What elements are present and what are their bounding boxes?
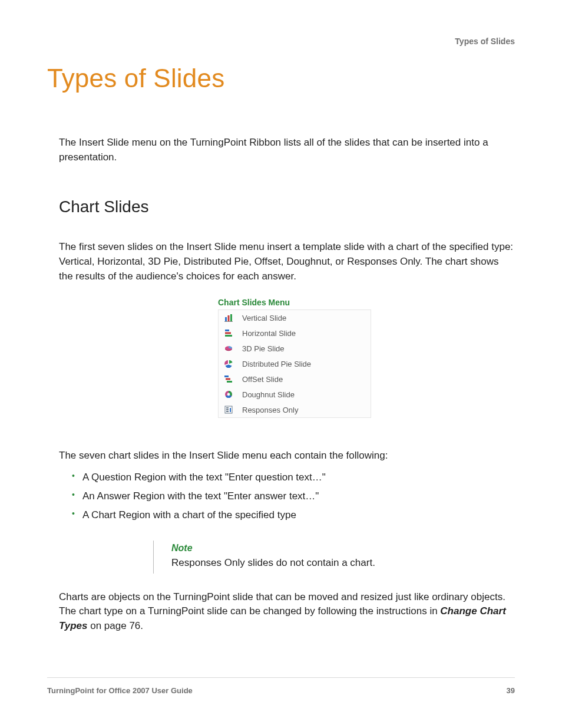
svg-rect-5: [225, 332, 231, 334]
svg-rect-2: [230, 314, 232, 321]
chart-slides-bullet-list: A Question Region with the text "Enter q…: [72, 468, 515, 525]
menu-item-label: Distributed Pie Slide: [242, 360, 366, 368]
list-item: An Answer Region with the text "Enter an…: [72, 487, 515, 506]
svg-point-13: [227, 393, 230, 396]
menu-item-label: 3D Pie Slide: [242, 344, 366, 353]
intro-paragraph: The Insert Slide menu on the TurningPoin…: [59, 136, 515, 164]
svg-rect-4: [225, 330, 229, 331]
svg-rect-9: [224, 375, 229, 377]
menu-item-3d-pie-slide[interactable]: 3D Pie Slide: [219, 341, 371, 356]
chart-slides-description: The first seven slides on the Insert Sli…: [59, 240, 515, 284]
responses-only-icon: [223, 404, 234, 415]
menu-item-label: Doughnut Slide: [242, 390, 366, 399]
svg-rect-16: [226, 409, 229, 410]
menu-item-label: Horizontal Slide: [242, 329, 366, 338]
menu-item-vertical-slide[interactable]: Vertical Slide: [219, 310, 371, 325]
footer-doc-title: TurningPoint for Office 2007 User Guide: [47, 686, 193, 695]
menu-item-offset-slide[interactable]: OffSet Slide: [219, 371, 371, 387]
menu-item-distributed-pie-slide[interactable]: Distributed Pie Slide: [219, 356, 371, 371]
menu-item-doughnut-slide[interactable]: Doughnut Slide: [219, 387, 371, 402]
figure-chart-slides-menu: Chart Slides Menu Vertical Slide: [59, 298, 515, 418]
menu-item-label: Vertical Slide: [242, 314, 366, 322]
list-item: A Chart Region with a chart of the speci…: [72, 506, 515, 525]
menu-item-horizontal-slide[interactable]: Horizontal Slide: [219, 325, 371, 341]
vertical-bar-icon: [223, 312, 234, 323]
page: Types of Slides Types of Slides The Inse…: [0, 0, 562, 728]
svg-rect-1: [228, 315, 230, 321]
menu-item-label: Responses Only: [242, 406, 366, 414]
svg-rect-0: [225, 317, 227, 321]
running-head: Types of Slides: [455, 37, 515, 46]
paragraph-text: Charts are objects on the TurningPoint s…: [59, 591, 505, 617]
horizontal-bar-icon: [223, 328, 234, 338]
svg-rect-11: [227, 381, 232, 383]
menu-item-responses-only[interactable]: Responses Only: [219, 402, 371, 417]
page-footer: TurningPoint for Office 2007 User Guide …: [47, 677, 515, 695]
svg-rect-15: [226, 407, 229, 409]
paragraph-text: on page 76.: [88, 620, 144, 631]
footer-page-number: 39: [507, 686, 515, 695]
chart-slides-contain-intro: The seven chart slides in the Insert Sli…: [59, 449, 515, 463]
page-title: Types of Slides: [47, 64, 515, 93]
svg-rect-10: [226, 378, 230, 380]
figure-caption: Chart Slides Menu: [218, 298, 515, 307]
pie-3d-icon: [223, 343, 234, 354]
chart-slides-menu: Vertical Slide Horizontal Slide: [218, 309, 371, 418]
section-heading-chart-slides: Chart Slides: [59, 197, 515, 216]
svg-rect-18: [230, 408, 231, 412]
svg-rect-6: [225, 335, 232, 337]
menu-item-label: OffSet Slide: [242, 375, 366, 384]
doughnut-icon: [223, 389, 234, 400]
note-label: Note: [171, 543, 459, 554]
note-block: Note Responses Only slides do not contai…: [153, 541, 459, 574]
svg-rect-17: [226, 411, 229, 412]
distributed-pie-icon: [223, 358, 234, 369]
list-item: A Question Region with the text "Enter q…: [72, 468, 515, 487]
body: The Insert Slide menu on the TurningPoin…: [59, 136, 515, 634]
chart-objects-paragraph: Charts are objects on the TurningPoint s…: [59, 590, 515, 634]
offset-bar-icon: [223, 374, 234, 384]
note-text: Responses Only slides do not contain a c…: [171, 557, 459, 569]
